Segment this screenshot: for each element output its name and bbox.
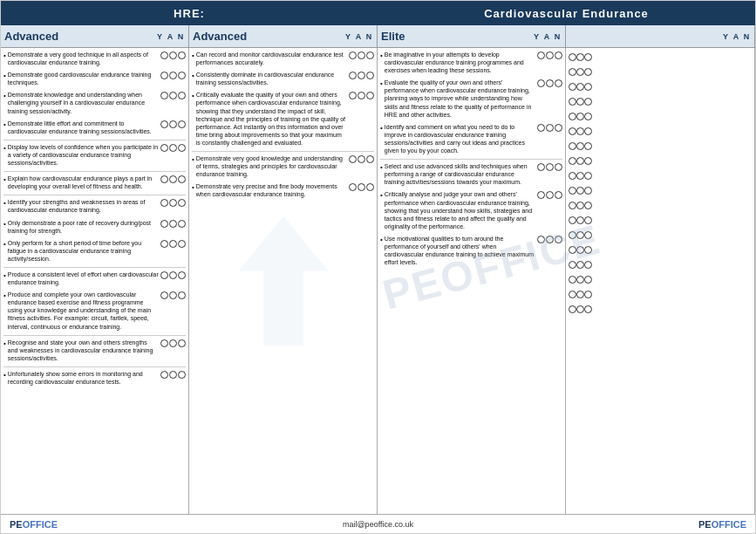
circle-n[interactable] [555,79,562,87]
circle-y[interactable] [349,72,357,79]
circle-a[interactable] [576,305,584,313]
circle-y[interactable] [537,124,545,132]
circle-a[interactable] [576,172,584,180]
circle-n[interactable] [584,172,592,180]
circle-a[interactable] [576,142,584,150]
yan-circles[interactable] [537,163,562,171]
circle-n[interactable] [584,53,592,61]
circle-n[interactable] [584,83,592,91]
circle-n[interactable] [555,124,562,132]
circle-n[interactable] [584,246,592,254]
circle-n[interactable] [366,51,374,59]
circle-a[interactable] [358,72,365,79]
yan-circles[interactable] [160,339,186,347]
circle-y[interactable] [569,291,576,298]
circle-n[interactable] [555,163,562,171]
circle-y[interactable] [537,236,545,243]
circle-a[interactable] [358,51,365,59]
yan-circles[interactable] [160,199,186,207]
yan-row[interactable] [569,303,752,315]
circle-n[interactable] [366,155,374,163]
yan-row[interactable] [569,80,752,92]
circle-a[interactable] [546,191,554,199]
circle-a[interactable] [169,120,177,128]
circle-y[interactable] [569,127,576,135]
circle-n[interactable] [178,240,186,248]
circle-y[interactable] [160,199,168,207]
circle-a[interactable] [169,339,177,347]
circle-n[interactable] [584,291,592,298]
circle-y[interactable] [160,291,168,299]
circle-y[interactable] [160,339,168,347]
circle-a[interactable] [169,175,177,183]
circle-a[interactable] [546,163,554,171]
circle-y[interactable] [160,51,168,59]
circle-y[interactable] [569,216,576,224]
circle-a[interactable] [358,155,365,163]
yan-circles[interactable] [349,51,374,59]
yan-circles[interactable] [537,236,562,243]
circle-y[interactable] [349,155,357,163]
circle-a[interactable] [576,202,584,209]
yan-row[interactable] [569,140,752,152]
circle-n[interactable] [584,231,592,239]
circle-y[interactable] [569,202,576,209]
circle-y[interactable] [160,175,168,183]
circle-y[interactable] [569,187,576,195]
yan-circles[interactable] [160,175,186,183]
yan-row[interactable] [569,169,752,181]
circle-a[interactable] [576,157,584,165]
yan-circles[interactable] [160,51,186,59]
circle-y[interactable] [537,163,545,171]
circle-y[interactable] [160,371,168,379]
circle-a[interactable] [546,236,554,243]
circle-y[interactable] [160,72,168,79]
circle-y[interactable] [160,144,168,152]
circle-y[interactable] [537,79,545,87]
circle-n[interactable] [584,305,592,313]
yan-circles[interactable] [349,72,374,79]
yan-circles[interactable] [160,72,186,79]
circle-n[interactable] [178,271,186,279]
circle-a[interactable] [576,83,584,91]
circle-a[interactable] [169,92,177,99]
circle-a[interactable] [576,98,584,106]
yan-circles[interactable] [160,240,186,248]
yan-circles[interactable] [349,155,374,163]
circle-n[interactable] [178,120,186,128]
circle-n[interactable] [555,51,562,59]
circle-a[interactable] [546,79,554,87]
yan-row[interactable] [569,95,752,107]
circle-a[interactable] [576,291,584,298]
yan-circles[interactable] [160,220,186,228]
yan-row[interactable] [569,65,752,78]
circle-a[interactable] [576,231,584,239]
circle-y[interactable] [569,246,576,254]
circle-n[interactable] [178,92,186,99]
circle-a[interactable] [576,261,584,269]
circle-y[interactable] [160,120,168,128]
circle-y[interactable] [569,172,576,180]
circle-n[interactable] [178,72,186,79]
circle-a[interactable] [169,144,177,152]
circle-n[interactable] [584,98,592,106]
circle-n[interactable] [584,127,592,135]
circle-a[interactable] [169,199,177,207]
circle-n[interactable] [584,68,592,76]
yan-row[interactable] [569,229,752,241]
yan-circles[interactable] [160,120,186,128]
yan-row[interactable] [569,214,752,226]
circle-y[interactable] [160,240,168,248]
circle-n[interactable] [366,183,374,191]
circle-a[interactable] [576,216,584,224]
yan-circles[interactable] [349,92,374,99]
circle-a[interactable] [169,291,177,299]
circle-n[interactable] [584,216,592,224]
yan-circles[interactable] [160,271,186,279]
circle-y[interactable] [349,51,357,59]
yan-circles[interactable] [537,191,562,199]
yan-circles[interactable] [537,79,562,87]
circle-a[interactable] [169,240,177,248]
yan-row[interactable] [569,110,752,122]
circle-y[interactable] [569,261,576,269]
